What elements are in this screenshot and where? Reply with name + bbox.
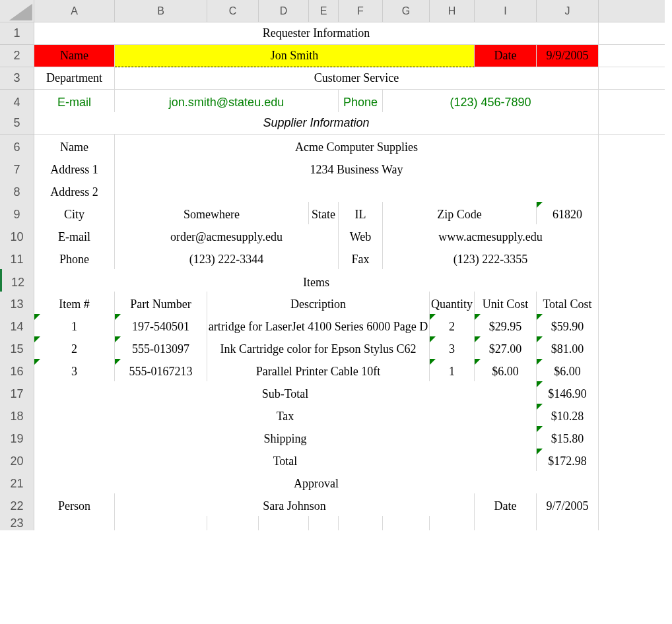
row-header[interactable]: 23 — [0, 516, 34, 530]
cell[interactable] — [599, 112, 665, 135]
cell[interactable] — [339, 516, 383, 530]
cell[interactable] — [34, 516, 115, 530]
select-all-corner[interactable] — [0, 0, 34, 22]
col-header[interactable]: G — [383, 0, 430, 22]
col-header[interactable]: B — [115, 0, 207, 22]
cell[interactable] — [259, 516, 309, 530]
cell[interactable] — [207, 516, 259, 530]
col-header[interactable]: J — [537, 0, 599, 22]
requester-dept-label[interactable]: Department — [34, 67, 115, 90]
svg-marker-0 — [9, 4, 32, 20]
cell[interactable] — [475, 516, 537, 530]
requester-name-label[interactable]: Name — [34, 45, 115, 67]
requester-section-title[interactable]: Requester Information — [34, 22, 599, 45]
requester-name[interactable]: Jon Smith — [115, 45, 475, 67]
cell[interactable] — [383, 516, 430, 530]
requester-date-label[interactable]: Date — [475, 45, 537, 67]
cell[interactable] — [309, 516, 339, 530]
row-header[interactable]: 5 — [0, 112, 34, 135]
cell[interactable] — [537, 516, 599, 530]
col-header[interactable]: F — [339, 0, 383, 22]
col-header[interactable]: H — [430, 0, 475, 22]
col-header[interactable]: A — [34, 0, 115, 22]
cell[interactable] — [599, 516, 665, 530]
requester-date[interactable]: 9/9/2005 — [537, 45, 599, 67]
col-header[interactable] — [599, 0, 665, 22]
row-header[interactable]: 1 — [0, 22, 34, 45]
row-header[interactable]: 2 — [0, 45, 34, 67]
cell[interactable] — [599, 22, 665, 45]
cell[interactable] — [599, 67, 665, 90]
col-header[interactable]: I — [475, 0, 537, 22]
row-header[interactable]: 3 — [0, 67, 34, 90]
requester-dept[interactable]: Customer Service — [115, 67, 599, 90]
col-header[interactable]: D — [259, 0, 309, 22]
cell[interactable] — [599, 45, 665, 67]
cell[interactable] — [430, 516, 475, 530]
col-header[interactable]: E — [309, 0, 339, 22]
spreadsheet[interactable]: A B C D E F G H I J 1 Requester Informat… — [0, 0, 672, 538]
supplier-section-title[interactable]: Supplier Information — [34, 112, 599, 135]
cell[interactable] — [115, 516, 207, 530]
col-header[interactable]: C — [207, 0, 259, 22]
